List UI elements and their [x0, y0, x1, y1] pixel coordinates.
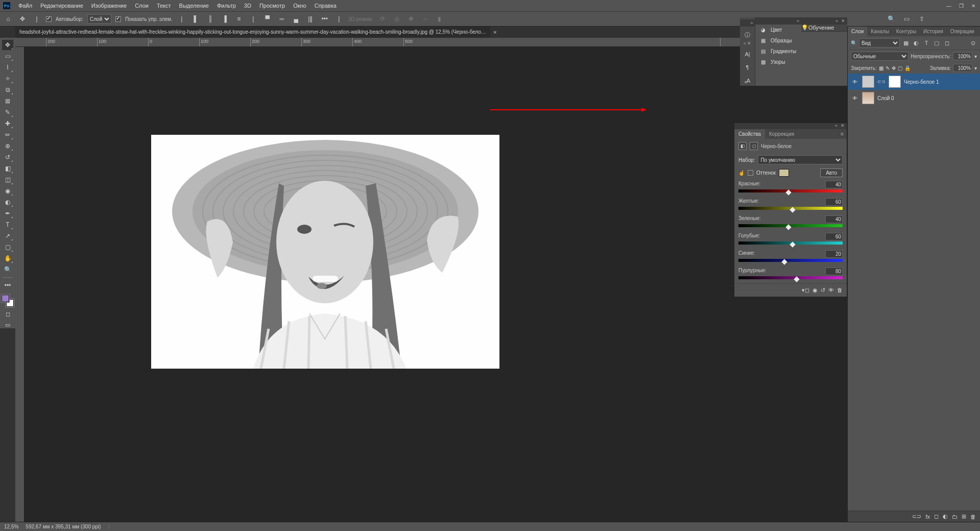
- screenmode-icon[interactable]: ▭: [5, 322, 10, 328]
- tab-close[interactable]: ×: [490, 29, 499, 35]
- lock-pixels-icon[interactable]: ✎: [886, 65, 890, 71]
- layer-name[interactable]: Черно-белое 1: [904, 79, 939, 85]
- glyphs-icon[interactable]: ₐA: [743, 76, 753, 86]
- visibility-icon[interactable]: 👁: [851, 95, 859, 101]
- group-icon[interactable]: 🗀: [952, 514, 958, 520]
- edit-toolbar[interactable]: •••: [2, 280, 13, 291]
- tab-adjustments[interactable]: Коррекция: [765, 129, 798, 139]
- slider-track[interactable]: [738, 242, 843, 247]
- trash-icon[interactable]: 🗑: [837, 287, 843, 294]
- slider-track[interactable]: [738, 189, 843, 195]
- filter-pixel-icon[interactable]: ▦: [902, 39, 910, 47]
- menu-Фильтр[interactable]: Фильтр: [213, 3, 240, 9]
- slider-track[interactable]: [738, 207, 843, 212]
- menu-Просмотр[interactable]: Просмотр: [255, 3, 289, 9]
- paragraph-icon[interactable]: ¶: [743, 62, 753, 73]
- tab-channels[interactable]: Каналы: [867, 27, 893, 36]
- lock-nest-icon[interactable]: ▢: [898, 65, 902, 71]
- menu-Выделение[interactable]: Выделение: [175, 3, 213, 9]
- distribute-icon[interactable]: ≡: [234, 14, 244, 24]
- frame-tool[interactable]: ⊠: [2, 96, 13, 106]
- layer-name[interactable]: Слой 0: [877, 95, 894, 101]
- window-min[interactable]: —: [945, 3, 952, 9]
- slider-value[interactable]: [825, 181, 843, 188]
- opacity-input[interactable]: [953, 52, 972, 60]
- delete-layer-icon[interactable]: 🗑: [970, 514, 976, 520]
- filter-type-icon[interactable]: T: [922, 39, 930, 47]
- filter-toggle[interactable]: ⊙: [969, 39, 977, 47]
- brush-tool[interactable]: ✏: [2, 130, 13, 140]
- mask-add-icon[interactable]: ◻: [934, 513, 939, 520]
- link-icon[interactable]: ⊂⊃: [877, 79, 886, 84]
- lock-all-icon[interactable]: 🔒: [904, 65, 911, 71]
- reset-icon[interactable]: ↺: [821, 287, 825, 294]
- show-controls-checkbox[interactable]: [115, 16, 121, 22]
- lasso-tool[interactable]: ⌇: [2, 62, 13, 73]
- slider-track[interactable]: [738, 259, 843, 264]
- align-center-v-icon[interactable]: ═: [277, 14, 287, 24]
- tint-checkbox[interactable]: [748, 170, 753, 176]
- tab-actions[interactable]: Операции: [947, 27, 978, 36]
- tab-history[interactable]: История: [920, 27, 947, 36]
- info-icon[interactable]: ⓘ: [743, 30, 753, 40]
- panel-learn[interactable]: 💡Обучение: [801, 25, 847, 32]
- toggle-vis-icon[interactable]: 👁: [828, 287, 834, 294]
- wand-tool[interactable]: ✧: [2, 74, 13, 84]
- marquee-tool[interactable]: ▭: [2, 51, 13, 61]
- slider-value[interactable]: [825, 268, 843, 275]
- slider-value[interactable]: [825, 198, 843, 206]
- menu-Файл[interactable]: Файл: [14, 3, 36, 9]
- filter-shape-icon[interactable]: ▢: [933, 39, 941, 47]
- quickmask-icon[interactable]: ◻: [6, 311, 10, 318]
- dock-collapse-2[interactable]: »: [835, 18, 838, 23]
- document-tab[interactable]: headshot-joyful-attractive-redhead-femal…: [15, 27, 490, 38]
- slider-track[interactable]: [738, 224, 843, 229]
- clip-icon[interactable]: ▾◻: [802, 287, 809, 294]
- auto-button[interactable]: Авто: [820, 168, 843, 177]
- window-close[interactable]: ✕: [970, 3, 977, 9]
- auto-select-checkbox[interactable]: [46, 16, 52, 22]
- zoom-tool[interactable]: 🔍: [2, 264, 13, 275]
- pen-tool[interactable]: ✒: [2, 208, 13, 219]
- align-bottom-icon[interactable]: ▄: [291, 14, 301, 24]
- status-menu[interactable]: 〉: [108, 523, 113, 530]
- layer-bw[interactable]: 👁 ⊂⊃ Черно-белое 1: [848, 74, 980, 90]
- panel-color[interactable]: ◕Цвет: [755, 25, 801, 35]
- path-tool[interactable]: ↗: [2, 231, 13, 241]
- fill-arrow[interactable]: ▾: [974, 65, 977, 71]
- character-icon[interactable]: A|: [743, 49, 753, 59]
- lock-pos-icon[interactable]: ✥: [892, 65, 896, 71]
- tab-properties[interactable]: Свойства: [734, 129, 765, 139]
- tab-paths[interactable]: Контуры: [893, 27, 920, 36]
- menu-Редактирование[interactable]: Редактирование: [36, 3, 87, 9]
- eraser-tool[interactable]: ◧: [2, 163, 13, 174]
- window-restore[interactable]: ❐: [958, 3, 965, 9]
- zoom-level[interactable]: 12,5%: [4, 524, 18, 529]
- filter-kind[interactable]: Вид: [859, 38, 900, 47]
- panel-menu-icon[interactable]: ≡: [838, 129, 847, 139]
- slider-track[interactable]: [738, 276, 843, 281]
- distribute-v-icon[interactable]: |‖: [305, 14, 316, 24]
- menu-Слои[interactable]: Слои: [131, 3, 153, 9]
- dock-close[interactable]: ✕: [841, 18, 845, 23]
- menu-Окно[interactable]: Окно: [289, 3, 310, 9]
- fx-icon[interactable]: fx: [925, 514, 930, 520]
- align-top-icon[interactable]: ▀: [262, 14, 273, 24]
- eyedropper-tool[interactable]: ✎: [2, 107, 13, 117]
- heal-tool[interactable]: ✚: [2, 118, 13, 129]
- hand-tool[interactable]: ✋: [2, 253, 13, 263]
- link-layers-icon[interactable]: ⊂⊃: [912, 513, 921, 520]
- shape-tool[interactable]: ▢: [2, 242, 13, 252]
- align-right-icon[interactable]: ▐: [220, 14, 230, 24]
- lock-trans-icon[interactable]: ▦: [879, 65, 883, 71]
- color-swatch[interactable]: [2, 295, 14, 307]
- type-tool[interactable]: T: [2, 220, 13, 230]
- adj-add-icon[interactable]: ◐: [943, 513, 948, 520]
- align-left-icon[interactable]: ▌: [191, 14, 201, 24]
- props-collapse[interactable]: «: [835, 123, 838, 129]
- menu-3D[interactable]: 3D: [240, 3, 255, 9]
- dock-collapse[interactable]: »: [797, 18, 799, 23]
- auto-select-target[interactable]: Слой: [87, 14, 111, 23]
- align-center-h-icon[interactable]: ║: [205, 14, 216, 24]
- fill-input[interactable]: [953, 64, 972, 72]
